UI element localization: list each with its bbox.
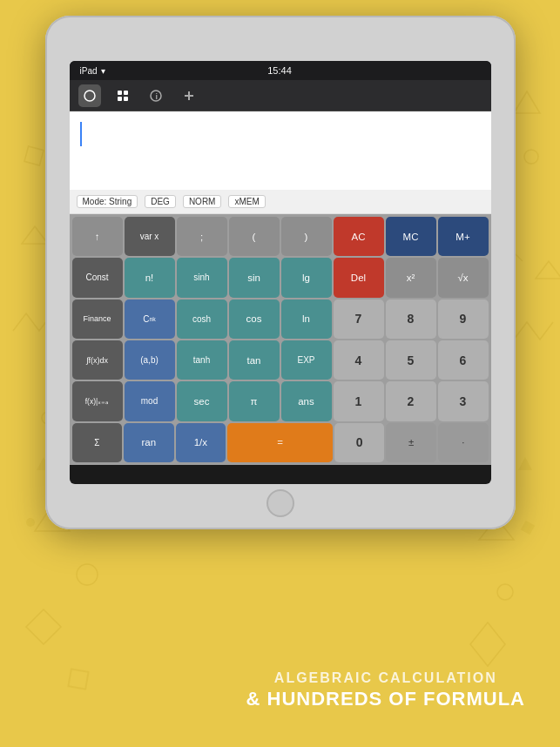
finance-key[interactable]: Finance [72, 299, 123, 339]
svg-rect-1 [24, 146, 44, 165]
ipad-screen: iPad ▾ 15:44 [70, 61, 491, 484]
xmem-tag: xMEM [228, 195, 265, 208]
factorial-key[interactable]: n! [125, 258, 175, 297]
square-key[interactable]: x² [386, 258, 436, 297]
svg-point-22 [26, 518, 35, 527]
ipad-device: iPad ▾ 15:44 [45, 16, 516, 529]
mode-string-tag: Mode: String [77, 195, 138, 208]
svg-rect-27 [118, 97, 122, 101]
exp-key[interactable]: EXP [281, 340, 332, 380]
keyboard-row-3: Finance Cnk cosh cos ln 7 8 9 [72, 299, 489, 339]
promo-text: ALGEBRAIC CALCULATION & HUNDREDS OF FORM… [246, 670, 525, 712]
ac-key[interactable]: AC [334, 217, 384, 256]
sum-key[interactable]: Σ [72, 423, 123, 462]
keyboard-row-6: Σ ran 1/x = 0 ± · [72, 423, 489, 462]
two-key[interactable]: 2 [386, 381, 436, 421]
calculator-keyboard: ↑ var x ; ( ) AC MC M+ Const n! sinh [70, 214, 491, 465]
cos-key[interactable]: cos [229, 299, 280, 339]
promo-line1: ALGEBRAIC CALCULATION [246, 670, 525, 688]
pi-key[interactable]: π [229, 381, 280, 421]
equals-key[interactable]: = [227, 423, 333, 462]
keyboard-row-5: f(x)|ₓ₌ₐ mod sec π ans 1 2 3 [72, 381, 489, 421]
mplus-key[interactable]: M+ [438, 217, 489, 256]
svg-point-16 [497, 584, 513, 600]
promo-line2: & HUNDREDS OF FORMULA [246, 687, 525, 712]
eight-key[interactable]: 8 [386, 299, 436, 339]
sin-key[interactable]: sin [229, 258, 280, 297]
svg-marker-17 [470, 622, 505, 666]
ans-key[interactable]: ans [281, 381, 332, 421]
four-key[interactable]: 4 [334, 340, 384, 380]
seven-key[interactable]: 7 [334, 299, 384, 339]
svg-marker-3 [22, 226, 48, 244]
svg-marker-21 [518, 457, 532, 470]
toolbar-plus-icon[interactable] [178, 84, 200, 107]
svg-marker-13 [26, 609, 61, 644]
ln-key[interactable]: ln [281, 299, 332, 339]
svg-rect-14 [68, 669, 88, 689]
device-name: iPad [80, 66, 98, 76]
nine-key[interactable]: 9 [438, 299, 489, 339]
dot-key[interactable]: · [438, 423, 489, 462]
tanh-key[interactable]: tanh [177, 340, 227, 380]
one-key[interactable]: 1 [334, 381, 384, 421]
keyboard-row-2: Const n! sinh sin lg Del x² √x [72, 258, 489, 297]
sinh-key[interactable]: sinh [177, 258, 227, 297]
close-paren-key[interactable]: ) [281, 217, 332, 256]
screen-content: iPad ▾ 15:44 [70, 61, 491, 465]
ran-key[interactable]: ran [124, 423, 174, 462]
svg-rect-26 [124, 91, 128, 95]
home-button[interactable] [267, 489, 294, 517]
keyboard-row-1: ↑ var x ; ( ) AC MC M+ [72, 217, 489, 256]
shift-key[interactable]: ↑ [72, 217, 123, 256]
svg-marker-10 [536, 261, 560, 279]
deg-tag: DEG [145, 195, 176, 208]
plusminus-key[interactable]: ± [386, 423, 436, 462]
toolbar-circle-icon[interactable] [78, 84, 101, 107]
display-area[interactable] [70, 111, 491, 190]
clock: 15:44 [267, 65, 292, 76]
wifi-icon: ▾ [101, 66, 105, 76]
six-key[interactable]: 6 [438, 340, 489, 380]
ab-key[interactable]: (a,b) [125, 340, 175, 380]
lg-key[interactable]: lg [281, 258, 332, 297]
combination-key[interactable]: Cnk [125, 299, 175, 339]
integral-key[interactable]: ∫f(x)dx [72, 340, 123, 380]
svg-rect-28 [124, 97, 128, 101]
svg-text:i: i [155, 92, 158, 101]
varx-key[interactable]: var x [125, 217, 175, 256]
evaluate-key[interactable]: f(x)|ₓ₌ₐ [72, 381, 123, 421]
svg-rect-25 [118, 91, 122, 95]
ipad-body: iPad ▾ 15:44 [45, 16, 516, 529]
sqrt-key[interactable]: √x [438, 258, 489, 297]
svg-point-7 [524, 150, 538, 164]
sec-key[interactable]: sec [177, 381, 227, 421]
reciprocal-key[interactable]: 1/x [176, 423, 226, 462]
open-paren-key[interactable]: ( [229, 217, 280, 256]
svg-point-12 [77, 564, 98, 585]
toolbar-grid-icon[interactable] [111, 84, 134, 107]
svg-rect-23 [521, 521, 535, 535]
del-key[interactable]: Del [334, 258, 384, 297]
text-cursor [80, 122, 82, 146]
mc-key[interactable]: MC [386, 217, 436, 256]
status-bar: iPad ▾ 15:44 [70, 61, 491, 80]
svg-point-24 [84, 91, 95, 101]
mode-bar: Mode: String DEG NORM xMEM [70, 190, 491, 214]
three-key[interactable]: 3 [438, 381, 489, 421]
cosh-key[interactable]: cosh [177, 299, 227, 339]
five-key[interactable]: 5 [386, 340, 436, 380]
keyboard-row-4: ∫f(x)dx (a,b) tanh tan EXP 4 5 6 [72, 340, 489, 380]
toolbar: i [70, 80, 491, 111]
svg-marker-6 [514, 91, 540, 113]
zero-key[interactable]: 0 [334, 423, 385, 462]
status-left: iPad ▾ [80, 66, 105, 76]
const-key[interactable]: Const [72, 258, 123, 297]
tan-key[interactable]: tan [229, 340, 280, 380]
mod-key[interactable]: mod [125, 381, 175, 421]
semicolon-key[interactable]: ; [177, 217, 227, 256]
toolbar-info-icon[interactable]: i [145, 84, 167, 107]
norm-tag: NORM [183, 195, 222, 208]
